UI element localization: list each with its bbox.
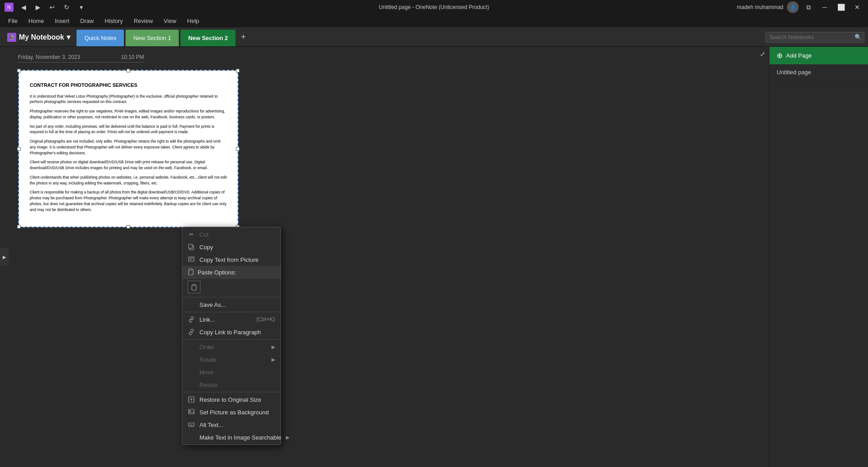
titlebar-left: N ◀ ▶ ↩ ↻ ▾ [5, 1, 87, 13]
ctx-alt-text[interactable]: Alt Alt Text... [182, 418, 280, 431]
user-avatar[interactable]: 👤 [787, 1, 799, 13]
ctx-copy-text-label: Copy Text from Picture [199, 256, 258, 263]
minimize-button[interactable]: ─ [818, 1, 831, 13]
forward-button[interactable]: ▶ [32, 1, 44, 13]
search-notebooks-input[interactable] [765, 32, 864, 43]
doc-para-4: Client will receive photos on digital do… [30, 159, 227, 171]
tab-new-section-2-label: New Section 2 [188, 35, 228, 41]
resize-handle-bl[interactable] [17, 225, 21, 229]
ctx-separator-2 [182, 312, 280, 312]
tab-new-section-2[interactable]: New Section 2 [181, 30, 235, 46]
resize-handle-mr[interactable] [236, 147, 240, 151]
back-button[interactable]: ◀ [17, 1, 30, 13]
page-item-0-label: Untitled page [777, 69, 811, 76]
copy-text-icon [188, 256, 195, 263]
ctx-move: Move [182, 366, 280, 378]
ctx-separator-3 [182, 339, 280, 340]
paste-icon-box[interactable] [188, 281, 200, 293]
ctx-link[interactable]: Link... (Ctrl+K) [182, 313, 280, 326]
main-area: ⤢ ▶ Friday, November 3, 2023 10:10 PM CO… [0, 47, 868, 467]
svg-rect-6 [190, 269, 192, 270]
ctx-restore-label: Restore to Original Size [199, 396, 261, 403]
ctx-separator-4 [182, 392, 280, 392]
menu-home[interactable]: Home [24, 16, 49, 26]
ctx-make-searchable-arrow: ▶ [286, 435, 289, 440]
resize-handle-tl[interactable] [17, 69, 21, 72]
tab-quick-notes[interactable]: Quick Notes [77, 30, 124, 46]
ctx-link-shortcut: (Ctrl+K) [256, 316, 275, 323]
add-page-label: Add Page [786, 52, 812, 59]
undo-button[interactable]: ↩ [46, 1, 59, 13]
titlebar: N ◀ ▶ ↩ ↻ ▾ Untitled page - OneNote (Unl… [0, 0, 868, 14]
add-page-button[interactable]: ⊕ Add Page [769, 47, 868, 64]
page-date-text: Friday, November 3, 2023 [18, 54, 80, 60]
add-page-plus-icon: ⊕ [777, 51, 782, 60]
ctx-order-label: Order [199, 344, 214, 350]
tab-new-section-1[interactable]: New Section 1 [126, 30, 179, 46]
ctx-copy-link-label: Copy Link to Paragraph [199, 329, 261, 336]
notebook-chevron: ▾ [67, 33, 70, 41]
save-as-icon [188, 301, 195, 308]
ctx-rotate-arrow: ▶ [271, 357, 275, 363]
copy-link-icon [188, 328, 195, 336]
toggle-button[interactable]: ⧉ [802, 1, 815, 13]
ctx-copy-link[interactable]: Copy Link to Paragraph [182, 326, 280, 338]
image-container[interactable]: CONTRACT FOR PHOTOGRAPHIC SERVICES It is… [18, 70, 239, 228]
svg-rect-5 [189, 269, 193, 275]
menu-file[interactable]: File [4, 16, 22, 26]
resize-handle-bm[interactable] [127, 225, 130, 229]
resize-handle-tr[interactable] [236, 69, 240, 72]
paste-icons-row [182, 279, 280, 296]
tabbar: 📓 My Notebook ▾ Quick Notes New Section … [0, 28, 868, 47]
ctx-copy-label: Copy [199, 244, 213, 251]
menubar: File Home Insert Draw History Review Vie… [0, 14, 868, 28]
search-icon: 🔍 [854, 34, 862, 40]
rotate-icon [188, 356, 195, 363]
titlebar-right: madeh muhammad 👤 ⧉ ─ ⬜ ✕ [737, 1, 863, 13]
context-menu: ✂ Cut Copy [182, 227, 281, 445]
expand-button[interactable]: ⤢ [760, 50, 765, 58]
redo-button[interactable]: ↻ [60, 1, 73, 13]
restore-icon [188, 396, 195, 403]
doc-para-1: Photographer reserves the right to use n… [30, 108, 227, 120]
ctx-copy[interactable]: Copy [182, 241, 280, 253]
ctx-set-background[interactable]: Set Picture as Background [182, 406, 280, 418]
ctx-move-label: Move [199, 369, 214, 376]
doc-para-2: No part of any order, including previews… [30, 124, 227, 135]
doc-para-0: It is understood that Velvet Lotus Photo… [30, 94, 227, 105]
resize-handle-tm[interactable] [127, 69, 130, 72]
order-icon [188, 343, 195, 350]
page-time-text: 10:10 PM [121, 54, 144, 60]
ctx-make-searchable-label: Make Text in Image Searchable [199, 434, 281, 441]
more-button[interactable]: ▾ [75, 1, 87, 13]
ctx-make-searchable[interactable]: Make Text in Image Searchable ▶ [182, 431, 280, 444]
resize-handle-ml[interactable] [17, 147, 21, 151]
ctx-save-as[interactable]: Save As... [182, 298, 280, 311]
ctx-copy-text[interactable]: Copy Text from Picture [182, 253, 280, 266]
move-icon [188, 368, 195, 376]
menu-help[interactable]: Help [183, 16, 204, 26]
menu-review[interactable]: Review [129, 16, 158, 26]
doc-title: CONTRACT FOR PHOTOGRAPHIC SERVICES [30, 81, 227, 89]
add-section-button[interactable]: + [236, 28, 250, 46]
ctx-restore[interactable]: Restore to Original Size [182, 393, 280, 406]
menu-draw[interactable]: Draw [76, 16, 98, 26]
tab-new-section-1-label: New Section 1 [133, 35, 171, 41]
restore-button[interactable]: ⬜ [835, 1, 847, 13]
username: madeh muhammad [737, 4, 783, 10]
menu-history[interactable]: History [100, 16, 127, 26]
ctx-rotate-label: Rotate [199, 356, 217, 363]
page-item-0[interactable]: Untitled page [769, 64, 868, 81]
menu-insert[interactable]: Insert [50, 16, 74, 26]
collapse-handle[interactable]: ▶ [0, 248, 9, 266]
svg-rect-1 [189, 244, 192, 248]
notebook-title[interactable]: 📓 My Notebook ▾ [2, 28, 76, 46]
svg-text:Alt: Alt [190, 424, 193, 427]
menu-view[interactable]: View [159, 16, 181, 26]
page-area: ⤢ ▶ Friday, November 3, 2023 10:10 PM CO… [0, 47, 769, 467]
ctx-order-arrow: ▶ [271, 344, 275, 350]
notebook-icon: 📓 [7, 33, 16, 42]
close-button[interactable]: ✕ [851, 1, 863, 13]
doc-para-3: Original photographs are not included, o… [30, 139, 227, 156]
ctx-paste-options-label: Paste Options: [198, 269, 236, 276]
